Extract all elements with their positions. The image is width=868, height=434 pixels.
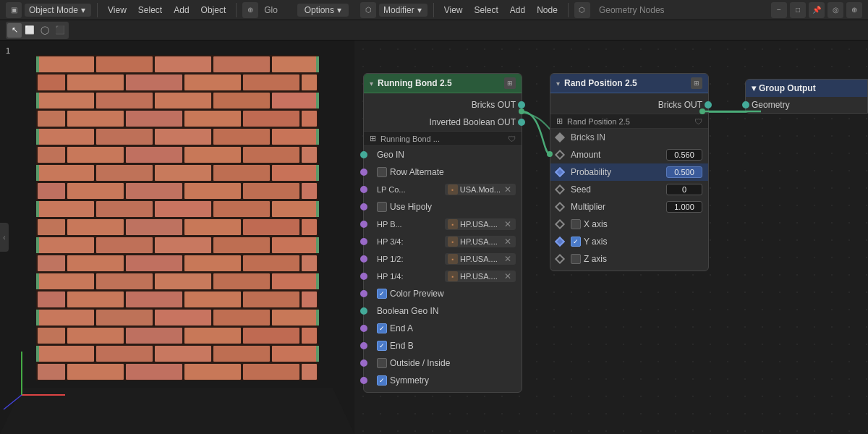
hp-14-mat-remove[interactable]: ✕ xyxy=(503,271,513,281)
node-editor-menubar: ⬡ Modifier ▾ View Select Add Node ⬡ Geom… xyxy=(354,2,868,18)
add-menu[interactable]: Add xyxy=(169,4,193,17)
svg-rect-90 xyxy=(302,328,317,344)
node-node-menu[interactable]: Node xyxy=(532,4,562,17)
hp-34-material-pill[interactable]: ▪ HP.USA.... ✕ xyxy=(445,236,516,247)
node-view-menu[interactable]: View xyxy=(440,4,467,17)
end-a-checkbox[interactable] xyxy=(377,323,387,333)
bool-geo-socket[interactable] xyxy=(360,307,367,315)
amount-row: Amount 0.560 xyxy=(550,146,708,163)
collapse-arrow-icon[interactable]: ▾ xyxy=(370,80,373,88)
pin-btn[interactable]: 📌 xyxy=(809,2,825,18)
select-box-arrow[interactable]: ↖ xyxy=(7,23,22,38)
hp-34-socket[interactable] xyxy=(360,238,367,245)
group-output-header[interactable]: ▾ Group Output xyxy=(746,80,867,97)
svg-rect-71 xyxy=(155,273,211,289)
node-editor-icon[interactable]: ⬡ xyxy=(360,2,376,18)
bricks-out-row: Bricks OUT xyxy=(364,96,522,114)
modifier-dropdown[interactable]: Modifier ▾ xyxy=(379,4,427,17)
maximize-window-btn[interactable]: □ xyxy=(790,2,806,18)
node-add-menu[interactable]: Add xyxy=(506,4,529,17)
color-preview-checkbox[interactable] xyxy=(377,289,387,299)
geometry-socket[interactable] xyxy=(742,101,749,109)
row-alternate-checkbox[interactable] xyxy=(377,167,387,177)
svg-rect-22 xyxy=(184,111,241,127)
node-output-icon[interactable]: ⊞ xyxy=(504,77,516,89)
object-mode-dropdown[interactable]: Object Mode ▾ xyxy=(25,4,91,17)
select-box-circle[interactable]: ◯ xyxy=(38,23,52,38)
hp-34-mat-remove[interactable]: ✕ xyxy=(503,237,513,247)
close-window-btn[interactable]: − xyxy=(771,2,787,18)
view-menu[interactable]: View xyxy=(103,4,131,17)
color-preview-socket[interactable] xyxy=(360,290,367,297)
row-alt-socket[interactable] xyxy=(360,169,367,176)
running-bond-title: Running Bond 2.5 xyxy=(378,78,500,88)
bricks-out-socket[interactable] xyxy=(518,101,525,109)
symmetry-checkbox[interactable] xyxy=(377,375,387,386)
hp-14-mat-icon: ▪ xyxy=(448,271,458,281)
rand-subheader-icon[interactable]: ⊞ xyxy=(556,116,563,126)
object-menu[interactable]: Object xyxy=(197,4,231,17)
running-bond-header[interactable]: ▾ Running Bond 2.5 ⊞ xyxy=(364,74,522,93)
rand-position-header[interactable]: ▾ Rand Position 2.5 ⊞ xyxy=(550,74,708,93)
collapse-handle[interactable]: ‹ xyxy=(0,223,9,252)
select-menu[interactable]: Select xyxy=(134,4,166,17)
multiplier-value[interactable]: 1.000 xyxy=(666,201,702,213)
node-geo-icon[interactable]: ⬡ xyxy=(574,2,590,18)
seed-value[interactable]: 0 xyxy=(666,184,702,195)
lp-mat-remove[interactable]: ✕ xyxy=(503,184,513,195)
end-b-checkbox[interactable] xyxy=(377,341,387,351)
hp-14-material-pill[interactable]: ▪ HP.USA.... ✕ xyxy=(445,271,516,282)
viewport-editor-icon[interactable]: ▣ xyxy=(6,2,22,18)
use-hipoly-checkbox[interactable] xyxy=(377,202,387,212)
geometry-row: Geometry xyxy=(746,97,867,113)
use-hipoly-label: Use Hipoly xyxy=(390,202,432,212)
rand-output-icon[interactable]: ⊞ xyxy=(691,77,702,89)
hp-12-material-pill[interactable]: ▪ HP.USA.... ✕ xyxy=(445,253,516,265)
options-button[interactable]: Options ▾ xyxy=(297,4,349,17)
hp-34-mat-icon: ▪ xyxy=(448,237,458,247)
subheader-icon[interactable]: ⊞ xyxy=(370,134,376,143)
node-select-menu[interactable]: Select xyxy=(469,4,502,17)
gizmo-btn[interactable]: ⊕ xyxy=(846,2,862,18)
3d-viewport[interactable]: 1 ‹ xyxy=(0,41,354,434)
lp-col-label: LP Co... xyxy=(377,185,442,194)
hp-14-socket[interactable] xyxy=(360,273,367,280)
inv-bool-socket[interactable] xyxy=(518,119,525,126)
hp-b-material-pill[interactable]: ▪ HP.USA.... ✕ xyxy=(445,218,516,230)
outside-inside-row: Outside / Inside xyxy=(364,354,522,372)
group-output-collapse[interactable]: ▾ xyxy=(752,83,756,93)
use-hipoly-socket[interactable] xyxy=(360,203,367,210)
geo-in-socket[interactable] xyxy=(360,151,367,158)
overlay-btn[interactable]: ◎ xyxy=(827,2,843,18)
svg-rect-59 xyxy=(96,237,153,253)
y-axis-diamond xyxy=(555,237,565,247)
svg-rect-83 xyxy=(213,310,270,326)
end-a-socket[interactable] xyxy=(360,325,367,332)
rand-collapse-icon[interactable]: ▾ xyxy=(556,80,560,88)
hp-12-mat-remove[interactable]: ✕ xyxy=(503,254,513,264)
svg-rect-112 xyxy=(316,93,319,109)
node-editor[interactable]: ▾ Running Bond 2.5 ⊞ Bricks OUT Inverted… xyxy=(354,41,868,434)
x-axis-checkbox[interactable] xyxy=(571,219,581,229)
symmetry-socket[interactable] xyxy=(360,377,367,384)
select-box-rect[interactable]: ⬜ xyxy=(22,23,37,38)
hp-b-mat-remove[interactable]: ✕ xyxy=(503,219,513,229)
select-box-lasso[interactable]: ⬛ xyxy=(53,23,67,38)
transform-icon[interactable]: ⊕ xyxy=(242,2,258,18)
lp-material-pill[interactable]: ▪ USA.Mod... ✕ xyxy=(445,184,516,195)
outside-socket[interactable] xyxy=(360,359,367,367)
z-axis-checkbox[interactable] xyxy=(571,254,581,264)
hp-14-row: HP 1/4: ▪ HP.USA.... ✕ xyxy=(364,268,522,285)
amount-value[interactable]: 0.560 xyxy=(666,149,702,161)
hp-b-socket[interactable] xyxy=(360,221,367,228)
hp-12-socket[interactable] xyxy=(360,255,367,263)
y-axis-checkbox[interactable] xyxy=(571,237,581,247)
probability-value[interactable]: 0.500 xyxy=(666,166,702,178)
svg-rect-107 xyxy=(36,237,39,253)
end-b-socket[interactable] xyxy=(360,342,367,349)
lp-col-socket[interactable] xyxy=(360,186,367,193)
svg-rect-16 xyxy=(155,93,211,109)
rand-bricks-out-socket[interactable] xyxy=(705,101,712,109)
svg-rect-17 xyxy=(213,93,270,109)
outside-checkbox[interactable] xyxy=(377,358,387,368)
